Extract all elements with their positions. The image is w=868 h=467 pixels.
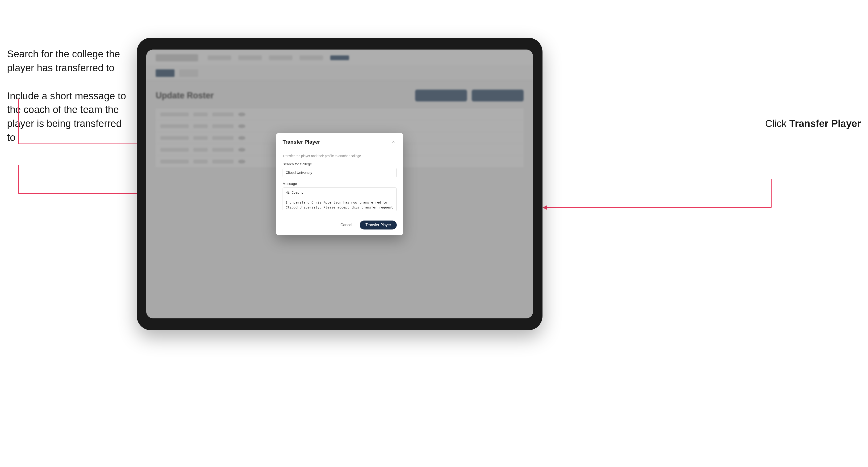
modal-body: Transfer the player and their profile to…	[276, 149, 403, 217]
transfer-player-button[interactable]: Transfer Player	[360, 220, 397, 229]
annotation-right: Click Transfer Player	[765, 118, 861, 129]
annotation-transfer-text: Transfer Player	[789, 118, 861, 129]
tablet-frame: Update Roster	[137, 38, 542, 330]
annotation-left: Search for the college the player has tr…	[7, 47, 130, 159]
modal-description: Transfer the player and their profile to…	[283, 154, 397, 158]
annotation-message-text: Include a short message to the coach of …	[7, 89, 130, 145]
cancel-button[interactable]: Cancel	[337, 221, 356, 229]
message-textarea[interactable]: Hi Coach, I understand Chris Robertson h…	[283, 187, 397, 211]
search-label: Search for College	[283, 162, 397, 166]
transfer-player-modal: Transfer Player × Transfer the player an…	[276, 133, 403, 235]
annotation-click-text: Click	[765, 118, 786, 129]
college-search-input[interactable]	[283, 168, 397, 177]
tablet-screen: Update Roster	[146, 50, 533, 318]
svg-marker-8	[542, 205, 547, 210]
close-button[interactable]: ×	[390, 139, 397, 145]
annotation-search-text: Search for the college the player has tr…	[7, 47, 130, 75]
modal-title: Transfer Player	[283, 139, 320, 145]
modal-overlay: Transfer Player × Transfer the player an…	[146, 50, 533, 318]
message-label: Message	[283, 182, 397, 186]
modal-footer: Cancel Transfer Player	[276, 217, 403, 235]
modal-header: Transfer Player ×	[276, 133, 403, 149]
